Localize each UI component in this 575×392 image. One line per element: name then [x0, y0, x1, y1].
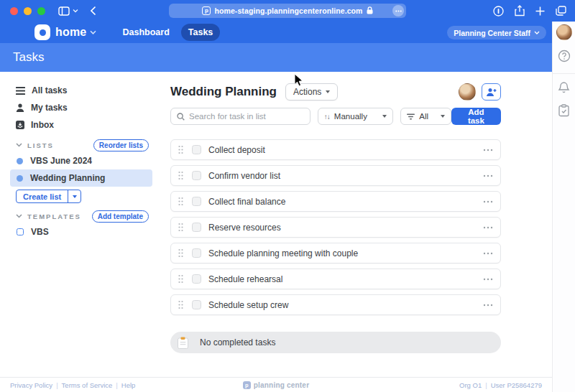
task-row[interactable]: Schedule rehearsal	[170, 269, 501, 289]
planning-center-logo-text: planning center	[254, 381, 309, 389]
sidebar-list-item[interactable]: VBS June 2024	[10, 152, 152, 169]
app-header: home Dashboard Tasks Planning Center Sta…	[0, 22, 552, 43]
filter-icon	[407, 113, 415, 120]
templates-section-label: TEMPLATES	[27, 213, 92, 220]
app-window: p home-staging.planningcenteronline.com	[0, 0, 575, 392]
lists-group: VBS June 2024 Wedding Planning	[0, 152, 165, 187]
sidebar-list-item[interactable]: Wedding Planning	[10, 169, 152, 187]
chevron-down-icon[interactable]	[73, 9, 78, 13]
home-app-logo[interactable]	[34, 24, 50, 40]
task-row[interactable]: Collect deposit	[170, 139, 501, 160]
search-input[interactable]	[189, 112, 304, 121]
create-list-caret-button[interactable]	[68, 190, 80, 202]
zoom-window-button[interactable]	[37, 7, 45, 15]
tasks-sidebar: All tasks My tasks Inbox LISTS Reorder l…	[0, 72, 165, 377]
site-favicon: p	[202, 6, 211, 15]
account-label: Planning Center Staff	[454, 29, 530, 37]
list-color-dot	[17, 158, 23, 164]
add-person-button[interactable]	[482, 83, 501, 101]
chevron-down-icon[interactable]	[16, 143, 22, 147]
assignee-avatar[interactable]	[459, 83, 476, 101]
drag-handle-icon[interactable]	[178, 171, 183, 180]
task-checkbox[interactable]	[192, 223, 201, 232]
address-bar[interactable]: p home-staging.planningcenteronline.com	[169, 4, 406, 18]
task-menu-icon[interactable]	[483, 304, 493, 307]
add-task-button[interactable]: Add task	[451, 108, 501, 125]
drag-handle-icon[interactable]	[178, 300, 183, 309]
utility-rail	[552, 22, 575, 392]
task-checkbox[interactable]	[192, 248, 201, 258]
browser-sidebar-icon[interactable]	[58, 6, 70, 16]
privacy-policy-link[interactable]: Privacy Policy	[10, 381, 52, 389]
drag-handle-icon[interactable]	[178, 248, 183, 258]
task-row[interactable]: Collect final balance	[170, 191, 501, 212]
task-title: Collect deposit	[208, 145, 483, 155]
task-menu-icon[interactable]	[483, 174, 493, 177]
drag-handle-icon[interactable]	[178, 145, 183, 154]
task-checkbox[interactable]	[192, 171, 201, 180]
tasks-clipboard-icon[interactable]	[558, 104, 569, 120]
terms-link[interactable]: Terms of Service	[62, 381, 113, 389]
help-link[interactable]: Help	[121, 381, 136, 389]
create-list-button[interactable]: Create list	[17, 190, 68, 202]
chevron-down-icon	[326, 90, 330, 93]
minimize-window-button[interactable]	[24, 7, 32, 15]
reorder-lists-button[interactable]: Reorder lists	[93, 139, 149, 151]
footer-separator: |	[485, 381, 487, 389]
page-banner: Tasks	[0, 43, 552, 72]
app-switcher-chevron-icon[interactable]	[90, 30, 96, 34]
task-checkbox[interactable]	[192, 274, 201, 284]
create-list-split-button: Create list	[16, 190, 81, 203]
password-manager-icon[interactable]	[493, 6, 504, 17]
drag-handle-icon[interactable]	[178, 223, 183, 232]
nav-tab-tasks[interactable]: Tasks	[181, 24, 221, 41]
task-row[interactable]: Schedule setup crew	[170, 294, 501, 315]
mouse-cursor	[294, 73, 303, 87]
browser-chrome: p home-staging.planningcenteronline.com	[0, 0, 575, 22]
address-bar-more-button[interactable]	[392, 5, 404, 17]
task-checkbox[interactable]	[192, 145, 201, 154]
task-menu-icon[interactable]	[483, 278, 493, 281]
task-menu-icon[interactable]	[483, 226, 493, 229]
sidebar-item-my-tasks[interactable]: My tasks	[0, 99, 165, 116]
share-icon[interactable]	[515, 5, 525, 17]
task-row[interactable]: Reserve resources	[170, 217, 501, 238]
task-checkbox[interactable]	[192, 300, 201, 309]
new-tab-icon[interactable]	[535, 6, 545, 16]
sort-arrows-icon: ↑↓	[324, 113, 330, 121]
account-menu-button[interactable]: Planning Center Staff	[447, 26, 546, 39]
sort-dropdown[interactable]: ↑↓ Manually	[318, 108, 393, 125]
back-button[interactable]	[90, 6, 96, 16]
sidebar-item-inbox[interactable]: Inbox	[0, 116, 165, 134]
task-menu-icon[interactable]	[483, 252, 493, 255]
filter-value: All	[419, 112, 436, 121]
sidebar-template-item[interactable]: VBS	[10, 223, 152, 241]
add-template-button[interactable]: Add template	[92, 210, 149, 223]
app-name[interactable]: home	[55, 26, 86, 39]
task-menu-icon[interactable]	[483, 200, 493, 203]
task-checkbox[interactable]	[192, 197, 201, 206]
drag-handle-icon[interactable]	[178, 274, 183, 284]
sidebar-item-all-tasks[interactable]: All tasks	[0, 82, 165, 99]
filter-dropdown[interactable]: All	[400, 108, 451, 125]
task-row[interactable]: Schedule planning meeting with couple	[170, 243, 501, 263]
org-id: Org O1	[459, 381, 482, 389]
rail-divider	[553, 73, 575, 74]
task-title: Confirm vendor list	[208, 171, 483, 181]
footer: Privacy Policy | Terms of Service | Help…	[0, 377, 552, 392]
notifications-bell-icon[interactable]	[558, 81, 570, 97]
task-list: Collect deposit Confirm vendor list	[170, 139, 501, 315]
completed-message: No completed tasks	[200, 337, 275, 347]
help-icon[interactable]	[558, 50, 571, 65]
chevron-down-icon[interactable]	[16, 214, 22, 218]
actions-button[interactable]: Actions	[285, 83, 338, 101]
tab-overview-icon[interactable]	[556, 6, 566, 16]
drag-handle-icon[interactable]	[178, 197, 183, 206]
task-title: Reserve resources	[208, 223, 483, 233]
user-avatar[interactable]	[556, 24, 572, 40]
task-menu-icon[interactable]	[483, 149, 493, 151]
lock-icon	[367, 4, 373, 17]
task-row[interactable]: Confirm vendor list	[170, 165, 501, 186]
close-window-button[interactable]	[10, 7, 18, 15]
nav-tab-dashboard[interactable]: Dashboard	[115, 24, 176, 41]
